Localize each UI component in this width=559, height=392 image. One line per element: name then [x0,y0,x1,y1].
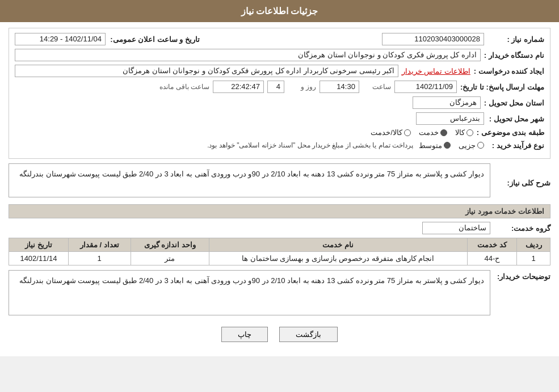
services-table: ردیف کد خدمت نام خدمت واحد اندازه گیری ت… [9,238,550,265]
cell-date: 1402/11/14 [9,252,69,265]
buyer-desc-value: دیوار کشی و پلاستر به متراز 75 متر ونرده… [9,270,490,315]
days-value: 4 [267,81,284,93]
purchase-type-motevaset[interactable]: متوسط [419,141,451,150]
cell-name: انجام کارهای متفرقه درخصوص بازسازی و بهس… [209,252,467,265]
radio-jozi-circle [477,142,484,149]
return-button[interactable]: بازگشت [279,327,338,342]
radio-kala-circle [466,129,473,136]
purchase-type-group: جزیی متوسط [419,141,484,150]
radio-kala-label: کالا [455,128,465,137]
province-value: هرمزگان [413,96,481,109]
buyer-org-label: نام دستگاه خریدار : [484,51,544,60]
radio-kala-khedmat-label: کالا/خدمت [371,128,402,137]
purchase-note: پرداخت تمام یا بخشی از مبلغ خریدار محل "… [205,140,415,150]
creator-label: ایجاد کننده درخواست : [474,67,544,75]
buyer-desc-label: توضیحات خریدار: [494,270,550,281]
col-header-date: تاریخ نیاز [9,238,69,252]
radio-jozi-label: جزیی [459,141,476,150]
time-label: ساعت [363,83,391,91]
announce-date-label: تاریخ و ساعت اعلان عمومی: [109,35,200,44]
service-group-value: ساختمان [422,222,490,234]
remaining-label: ساعت باقی مانده [159,83,209,91]
action-buttons: بازگشت چاپ [9,321,550,351]
days-label: روز و [288,83,316,91]
cell-code: ح-44 [467,252,517,265]
city-value: بندرعباس [416,112,484,125]
table-row: 1 ح-44 انجام کارهای متفرقه درخصوص بازساز… [9,252,550,265]
purchase-type-label: نوع فرآیند خرید : [487,141,544,150]
col-header-name: نام خدمت [209,238,467,252]
service-group-label: گروه خدمت: [494,224,550,233]
col-header-unit: واحد اندازه گیری [131,238,209,252]
category-option-khedmat[interactable]: خدمت [419,128,447,137]
announce-date-value: 1402/11/04 - 14:29 [15,33,106,45]
send-date-value: 1402/11/09 [394,81,457,93]
buyer-org-value: اداره کل پرورش فکری کودکان و نوجوانان اس… [15,49,481,61]
cell-unit: متر [131,252,209,265]
radio-khedmat-label: خدمت [419,128,439,137]
radio-motevaset-label: متوسط [419,141,442,150]
send-date-label: مهلت ارسال پاسخ: تا تاریخ: [460,83,544,91]
page-title: جزئیات اطلاعات نیاز [0,0,559,22]
city-label: شهر محل تحویل : [487,115,544,123]
col-header-code: کد خدمت [467,238,517,252]
radio-kala-khedmat-circle [404,129,411,136]
cell-row: 1 [517,252,550,265]
print-button[interactable]: چاپ [221,327,268,342]
col-header-row: ردیف [517,238,550,252]
category-label: طبقه بندی موضوعی : [477,128,544,137]
radio-motevaset-circle [444,142,451,149]
radio-khedmat-circle [440,129,447,136]
cell-count: 1 [68,252,131,265]
need-number-label: شماره نیاز : [487,35,544,44]
purchase-type-jozi[interactable]: جزیی [459,141,484,150]
description-value: دیوار کشی و پلاستر به متراز 75 متر ونرده… [9,163,490,197]
remaining-value: 22:42:47 [213,81,264,93]
send-time-value: 14:30 [320,81,359,93]
col-header-count: تعداد / مقدار [68,238,131,252]
service-info-title: اطلاعات خدمات مورد نیاز [9,204,550,218]
category-radio-group: کالا خدمت کالا/خدمت [371,128,473,137]
province-label: استان محل تحویل : [484,99,544,107]
category-option-kala[interactable]: کالا [455,128,473,137]
creator-value: اکبر رئیسی سرخونی کاربردار اداره کل پرور… [15,65,398,77]
description-label: شرح کلی نیاز: [494,179,550,187]
contact-link[interactable]: اطلاعات تماس خریدار [402,67,470,75]
need-number-value: 1102030403000028 [382,33,484,45]
category-option-kala-khedmat[interactable]: کالا/خدمت [371,128,411,137]
